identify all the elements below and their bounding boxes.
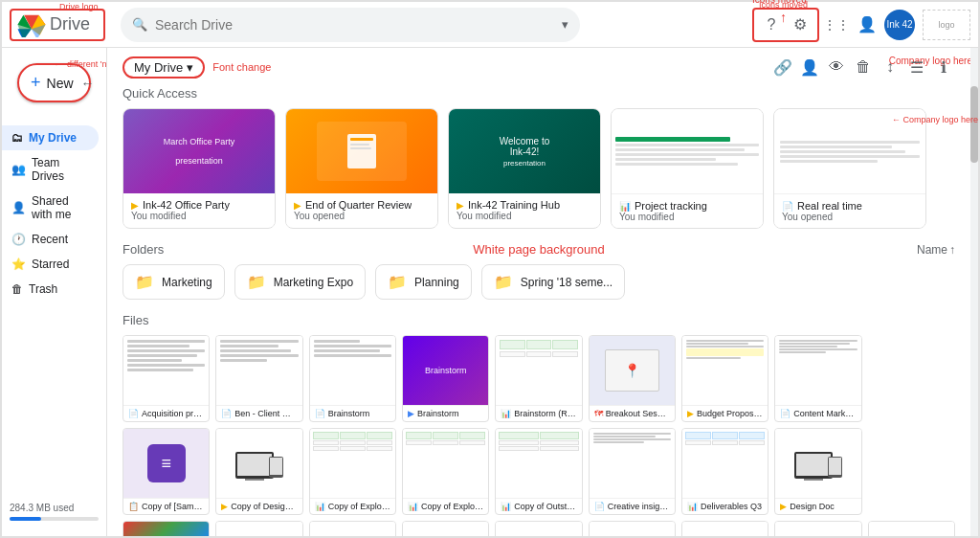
- file-card-8[interactable]: ≡ 📋 Copy of [Sample...: [122, 428, 210, 515]
- qa-meta-4: You opened: [782, 212, 918, 222]
- file-name-7: Content Marketi...: [793, 409, 856, 418]
- file-card-14[interactable]: 📊 Deliverables Q3: [681, 428, 768, 515]
- file-card-0[interactable]: 📄 Acquisition prop...: [122, 335, 210, 422]
- sort-icon-btn[interactable]: ↕: [879, 56, 902, 78]
- quick-access-card-2[interactable]: Welcome toInk-42!presentation ▶ Ink-42 T…: [448, 108, 601, 229]
- quick-access-card-3[interactable]: 📊 Project tracking You modified: [611, 108, 764, 229]
- link-icon: 🔗: [773, 58, 792, 77]
- file-card-10[interactable]: 📊 Copy of Explore ...: [309, 428, 396, 515]
- list-view-icon-btn[interactable]: ☰: [905, 56, 928, 78]
- account-icon-btn[interactable]: 👤: [854, 11, 880, 38]
- file-thumb-8: ≡: [147, 444, 186, 482]
- breadcrumb-arrow-icon: ▾: [187, 60, 193, 75]
- file-card-19[interactable]: [402, 521, 489, 536]
- file-card-11[interactable]: 📊 Copy of Explore ...: [402, 428, 489, 515]
- content-toolbar: My Drive ▾ Font change 🔗 👤 👁 🗑 ↕ ☰ ℹ: [122, 56, 955, 78]
- sidebar-item-team-drives[interactable]: 👥 Team Drives: [2, 150, 99, 189]
- search-input[interactable]: [155, 17, 562, 33]
- quick-access-card-1[interactable]: ▶ End of Quarter Review You opened: [285, 108, 438, 229]
- apps-icon-btn[interactable]: ⋮⋮: [823, 11, 850, 38]
- svg-rect-2: [350, 144, 369, 146]
- sidebar-item-shared[interactable]: 👤 Shared with me: [2, 189, 99, 227]
- file-card-18[interactable]: [309, 521, 396, 536]
- breadcrumb-my-drive[interactable]: My Drive ▾: [122, 56, 205, 78]
- svg-rect-3: [350, 147, 371, 149]
- file-type-icon-15: ▶: [780, 502, 787, 511]
- file-card-2[interactable]: 📄 Brainstorm: [309, 335, 396, 422]
- folder-item-planning[interactable]: 📁 Planning: [375, 264, 472, 300]
- file-card-21[interactable]: [589, 521, 676, 536]
- delete-icon-btn[interactable]: 🗑: [852, 56, 875, 78]
- scrollbar-thumb[interactable]: [970, 86, 978, 163]
- file-card-16[interactable]: 🖼: [122, 521, 210, 536]
- folder-item-marketing[interactable]: 📁 Marketing: [122, 264, 225, 300]
- folder-item-marketing-expo[interactable]: 📁 Marketing Expo: [234, 264, 366, 300]
- qa-meta-2: You modified: [457, 211, 592, 221]
- file-card-13[interactable]: 📄 Creative insight...: [589, 428, 676, 515]
- sort-icon: ↕: [886, 58, 894, 76]
- file-card-5[interactable]: 📍 🗺 Breakout Sessio...: [589, 335, 676, 422]
- recent-icon: 🕐: [11, 233, 26, 246]
- recent-label: Recent: [32, 233, 68, 246]
- file-type-icon-0: 📄: [128, 409, 139, 418]
- sort-label[interactable]: Name ↑: [917, 243, 955, 257]
- settings-icon-btn[interactable]: ⚙: [787, 11, 813, 38]
- preview-icon-btn[interactable]: 👁: [825, 56, 848, 78]
- file-name-0: Acquisition prop...: [142, 409, 204, 418]
- list-view-icon: ☰: [910, 58, 924, 77]
- file-card-4[interactable]: 📊 Brainstorm (Res...: [495, 335, 582, 422]
- folder-name-0: Marketing: [162, 276, 212, 289]
- account-icon: 👤: [858, 15, 877, 34]
- file-card-7[interactable]: 📄 Content Marketi...: [774, 335, 861, 422]
- folder-item-spring[interactable]: 📁 Spring '18 seme...: [481, 264, 625, 300]
- quick-access-card-4[interactable]: 📄 Real real time You opened: [773, 108, 926, 229]
- file-card-6[interactable]: ▶ Budget Proposal...: [681, 335, 768, 422]
- file-type-icon-12: 📊: [501, 502, 511, 511]
- sidebar-item-starred[interactable]: ⭐ Starred: [2, 252, 99, 277]
- file-name-12: Copy of Outstan...: [514, 502, 576, 511]
- file-name-8: Copy of [Sample...: [142, 502, 204, 511]
- avatar[interactable]: Ink 42: [884, 10, 915, 40]
- storage-bar-fill: [10, 517, 41, 521]
- file-card-23[interactable]: [774, 521, 861, 536]
- help-icon-btn[interactable]: ?: [758, 11, 785, 38]
- different-new-annotation: different 'new' button: [67, 59, 107, 69]
- quick-access-section: Quick Access March Office Partypresentat…: [122, 86, 955, 229]
- delete-icon: 🗑: [856, 58, 871, 76]
- starred-label: Starred: [32, 258, 69, 271]
- sidebar-item-trash[interactable]: 🗑 Trash: [2, 277, 99, 302]
- quick-access-card-0[interactable]: March Office Partypresentation ▶ Ink-42 …: [122, 108, 276, 229]
- file-card-20[interactable]: [495, 521, 582, 536]
- info-icon-btn[interactable]: ℹ: [932, 56, 955, 78]
- file-card-15[interactable]: ▶ Design Doc: [774, 428, 861, 515]
- add-person-icon-btn[interactable]: 👤: [798, 56, 821, 78]
- file-type-icon-5: 🗺: [594, 409, 603, 418]
- search-bar[interactable]: 🔍 ▾: [121, 8, 580, 42]
- shared-icon: 👤: [11, 201, 26, 214]
- file-card-22[interactable]: [681, 521, 768, 536]
- qa-thumb-3: [615, 137, 759, 166]
- white-page-bg-annotation: White page background: [473, 242, 604, 257]
- sidebar-item-recent[interactable]: 🕐 Recent: [2, 227, 99, 252]
- sidebar-item-my-drive[interactable]: 🗂 My Drive: [2, 125, 99, 150]
- sidebar: + New ← different 'new' button 🗂 My Driv…: [2, 48, 107, 536]
- link-icon-btn[interactable]: 🔗: [771, 56, 794, 78]
- settings-icon: ⚙: [793, 15, 807, 34]
- file-card-12[interactable]: 📊 Copy of Outstan...: [495, 428, 582, 515]
- folder-name-2: Planning: [414, 276, 459, 289]
- files-section: Files: [122, 313, 955, 536]
- team-drives-icon: 👥: [11, 163, 26, 176]
- drive-logo-area[interactable]: Drive: [10, 9, 105, 41]
- folder-icon-0: 📁: [135, 273, 154, 291]
- new-button[interactable]: + New ←: [17, 63, 91, 102]
- file-name-14: Deliverables Q3: [701, 502, 762, 511]
- search-dropdown-icon[interactable]: ▾: [562, 17, 568, 32]
- file-card-17[interactable]: [215, 521, 302, 536]
- file-card-9[interactable]: ▶ Copy of Design ...: [215, 428, 302, 515]
- file-card-1[interactable]: 📄 Ben - Client mee...: [215, 335, 302, 422]
- scrollbar[interactable]: [970, 48, 978, 536]
- file-card-24[interactable]: [868, 521, 955, 536]
- file-card-3[interactable]: Brainstorm ▶ Brainstorm: [402, 335, 489, 422]
- my-drive-icon: 🗂: [11, 131, 23, 145]
- qa-meta-3: You modified: [619, 212, 755, 222]
